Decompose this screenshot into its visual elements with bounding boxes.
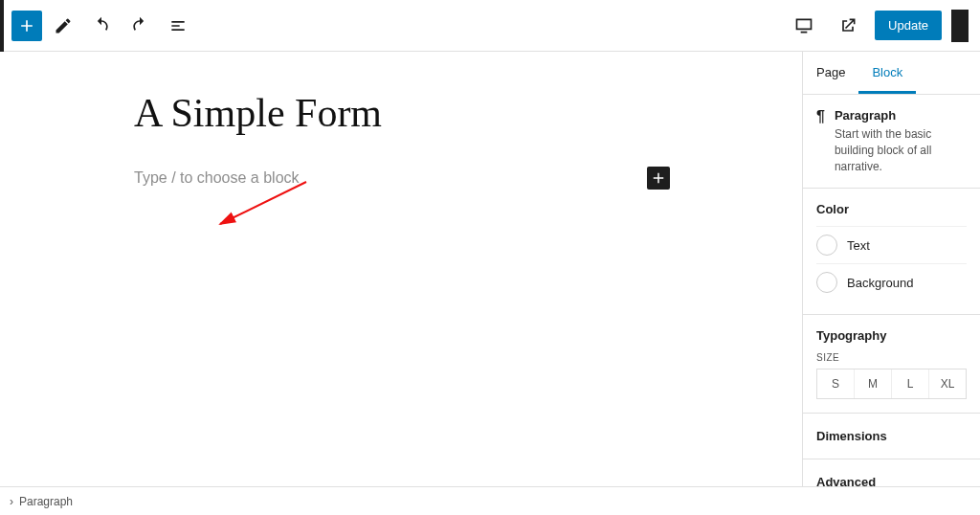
block-type-name: Paragraph bbox=[835, 108, 967, 123]
view-button[interactable] bbox=[787, 9, 821, 43]
update-button[interactable]: Update bbox=[875, 11, 942, 40]
preview-button[interactable] bbox=[831, 9, 865, 43]
tab-page[interactable]: Page bbox=[803, 52, 858, 94]
undo-icon bbox=[92, 16, 111, 35]
typography-heading: Typography bbox=[816, 328, 967, 343]
color-panel: Color Text Background bbox=[803, 189, 980, 315]
sidebar-tabs: Page Block bbox=[803, 52, 980, 95]
chevron-right-icon: › bbox=[10, 495, 13, 508]
advanced-panel-toggle[interactable]: Advanced bbox=[803, 459, 980, 486]
window-left-strip bbox=[0, 0, 4, 52]
size-m-button[interactable]: M bbox=[855, 369, 892, 398]
external-link-icon bbox=[838, 16, 858, 35]
settings-sidebar: Page Block ¶ Paragraph Start with the ba… bbox=[802, 52, 980, 486]
block-type-description: Start with the basic building block of a… bbox=[835, 126, 967, 174]
paragraph-block[interactable]: Type / to choose a block bbox=[134, 167, 670, 190]
size-xl-button[interactable]: XL bbox=[929, 369, 966, 398]
size-s-button[interactable]: S bbox=[817, 369, 855, 398]
main-area: A Simple Form Type / to choose a block P… bbox=[0, 52, 980, 486]
block-breadcrumb: › Paragraph bbox=[0, 486, 980, 515]
paragraph-icon: ¶ bbox=[816, 108, 825, 125]
text-color-control[interactable]: Text bbox=[816, 226, 967, 263]
top-toolbar: Update bbox=[0, 0, 980, 52]
color-swatch-icon bbox=[816, 235, 837, 256]
plus-icon bbox=[17, 16, 36, 35]
list-icon bbox=[168, 16, 188, 35]
settings-panel-toggle[interactable] bbox=[951, 10, 969, 42]
dimensions-panel-toggle[interactable]: Dimensions bbox=[803, 414, 980, 459]
background-color-control[interactable]: Background bbox=[816, 263, 967, 301]
text-color-label: Text bbox=[847, 238, 870, 253]
redo-icon bbox=[130, 16, 149, 35]
size-label: SIZE bbox=[816, 352, 967, 363]
block-info-panel: ¶ Paragraph Start with the basic buildin… bbox=[803, 95, 980, 189]
document-outline-button[interactable] bbox=[161, 9, 195, 43]
pencil-icon bbox=[54, 16, 73, 35]
toolbar-right-group: Update bbox=[787, 9, 969, 43]
edit-tool-button[interactable] bbox=[46, 9, 80, 43]
plus-icon bbox=[650, 169, 667, 187]
tab-block[interactable]: Block bbox=[858, 52, 916, 94]
toolbar-left-group bbox=[11, 9, 195, 43]
breadcrumb-item[interactable]: Paragraph bbox=[19, 495, 73, 508]
redo-button[interactable] bbox=[122, 9, 157, 43]
block-placeholder-text: Type / to choose a block bbox=[134, 169, 628, 187]
desktop-icon bbox=[794, 16, 813, 35]
undo-button[interactable] bbox=[84, 9, 119, 43]
page-title[interactable]: A Simple Form bbox=[134, 90, 670, 136]
size-l-button[interactable]: L bbox=[892, 369, 929, 398]
inline-add-block-button[interactable] bbox=[647, 167, 670, 190]
size-segmented-control: S M L XL bbox=[816, 369, 967, 399]
color-heading: Color bbox=[816, 202, 967, 216]
color-swatch-icon bbox=[816, 272, 837, 293]
background-color-label: Background bbox=[847, 276, 913, 290]
add-block-button[interactable] bbox=[11, 11, 42, 41]
editor-canvas[interactable]: A Simple Form Type / to choose a block bbox=[0, 52, 802, 486]
typography-panel: Typography SIZE S M L XL bbox=[803, 315, 980, 414]
